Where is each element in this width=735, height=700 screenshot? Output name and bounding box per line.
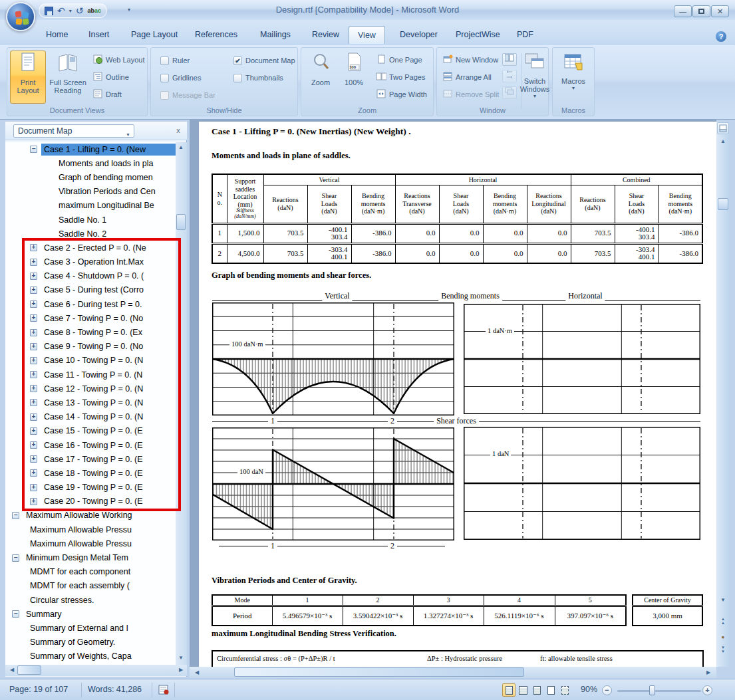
docmap-item[interactable]: Summary of External and I	[5, 621, 176, 635]
qat-customize-icon[interactable]: ▾	[128, 7, 130, 13]
scroll-left-icon[interactable]: ◀	[7, 665, 17, 675]
remove-split-button: Remove Split	[442, 88, 499, 101]
office-button[interactable]	[6, 2, 35, 31]
docmap-horizontal-scrollbar[interactable]: ◀ ▶	[5, 665, 187, 676]
zoom-button[interactable]: Zoom	[305, 51, 336, 104]
outline-button[interactable]: Outline	[92, 70, 129, 84]
scrollbar-thumb[interactable]	[234, 667, 524, 677]
scroll-right-icon[interactable]: ▶	[176, 665, 186, 675]
scrollbar-thumb[interactable]	[176, 214, 186, 230]
collapse-icon[interactable]: −	[12, 610, 19, 618]
docmap-item[interactable]: Saddle No. 1	[5, 213, 176, 227]
previous-page-icon[interactable]: ▲ ▲	[718, 617, 728, 625]
close-button[interactable]: ✕	[711, 5, 729, 17]
ruler-checkbox[interactable]: Ruler	[160, 55, 190, 66]
one-page-button[interactable]: One Page	[376, 53, 422, 66]
scroll-down-icon[interactable]: ▼	[176, 653, 186, 663]
save-icon[interactable]	[45, 7, 53, 15]
close-pane-icon[interactable]: x	[173, 126, 184, 136]
collapse-icon[interactable]: −	[12, 554, 19, 562]
view-side-by-side-button[interactable]	[502, 53, 517, 66]
select-browse-object-icon[interactable]: ●	[718, 632, 728, 643]
maximize-button[interactable]	[692, 5, 710, 17]
tab-page-layout[interactable]: Page Layout	[122, 26, 186, 44]
group-label: Document Views	[7, 106, 147, 114]
docmap-item[interactable]: maximum Longitudinal Be	[5, 199, 176, 213]
docmap-item[interactable]: Circular stresses.	[5, 593, 176, 607]
tab-references[interactable]: References	[186, 26, 246, 44]
zoom-in-icon[interactable]: +	[702, 685, 712, 695]
view-full-screen-button[interactable]	[516, 683, 529, 697]
macros-button[interactable]: Macros ▾	[556, 51, 591, 104]
tab-developer[interactable]: Developer	[391, 26, 446, 44]
docmap-item[interactable]: −Case 1 - Lifting P = 0. (New	[5, 142, 176, 156]
scroll-up-icon[interactable]: ▲	[718, 136, 728, 147]
tab-pdf[interactable]: PDF	[508, 26, 542, 44]
view-outline-button[interactable]	[544, 683, 557, 697]
redo-icon[interactable]: ↺	[76, 6, 84, 15]
proofing-status-icon[interactable]	[158, 685, 170, 697]
divider	[219, 546, 445, 546]
page-width-button[interactable]: Page Width	[376, 88, 427, 101]
zoom-slider-track[interactable]	[617, 690, 701, 692]
arrange-all-button[interactable]: Arrange All	[442, 70, 492, 84]
scrollbar-thumb[interactable]	[718, 198, 728, 210]
zoom-100-button[interactable]: 100 100%	[339, 51, 369, 104]
ruler-toggle-button[interactable]	[717, 122, 729, 134]
tab-mailings[interactable]: Mailings	[251, 26, 299, 44]
collapse-icon[interactable]: −	[12, 512, 19, 519]
page-indicator[interactable]: Page: 19 of 107	[9, 685, 68, 694]
collapse-icon[interactable]: −	[30, 146, 37, 153]
view-draft-button[interactable]	[558, 683, 571, 697]
docmap-item[interactable]: Summary of Geometry.	[5, 636, 176, 649]
view-web-layout-button[interactable]	[530, 683, 543, 697]
minimize-button[interactable]: —	[674, 5, 692, 17]
docmap-item[interactable]: Summary of Weights, Capa	[5, 649, 176, 663]
zoom-out-icon[interactable]: −	[602, 685, 612, 695]
docmap-item[interactable]: MDMT for each component	[5, 565, 176, 579]
draft-button[interactable]: Draft	[92, 88, 122, 101]
docmap-item[interactable]: −Summary	[5, 607, 176, 621]
document-map-selector[interactable]: Document Map ▼	[13, 124, 134, 138]
autocorrect-icon[interactable]: abac	[87, 8, 101, 14]
tab-insert[interactable]: Insert	[80, 26, 118, 44]
scroll-down-icon[interactable]: ▼	[718, 595, 728, 606]
next-page-icon[interactable]: ▼ ▼	[718, 645, 728, 653]
web-layout-button[interactable]: Web Layout	[92, 53, 145, 66]
scroll-up-icon[interactable]: ▲	[176, 142, 186, 153]
docmap-item[interactable]: −Minimum Design Metal Tem	[5, 550, 176, 564]
zoom-slider-thumb[interactable]	[649, 685, 655, 695]
document-map-checkbox[interactable]: ✔Document Map	[233, 55, 295, 66]
cell: 1	[272, 595, 343, 606]
tab-view[interactable]: View	[349, 26, 385, 44]
docmap-item[interactable]: Vibration Periods and Cen	[5, 185, 176, 199]
web-layout-icon	[92, 54, 103, 66]
scroll-left-icon[interactable]: ◀	[192, 667, 202, 678]
docmap-item[interactable]: Graph of bending momen	[5, 170, 176, 184]
tab-home[interactable]: Home	[37, 26, 76, 44]
tab-review[interactable]: Review	[303, 26, 348, 44]
docmap-item[interactable]: Moments and loads in pla	[5, 156, 176, 170]
undo-dropdown-icon[interactable]: ▾	[69, 8, 72, 14]
docmap-item[interactable]: MDMT for each assembly (	[5, 579, 176, 593]
tab-projectwise[interactable]: ProjectWise	[447, 26, 509, 44]
print-layout-button[interactable]: Print Layout	[10, 51, 46, 104]
document-vertical-scrollbar[interactable]: ▲ ▼ ▲ ▲ ● ▼ ▼	[716, 122, 730, 667]
zoom-percentage[interactable]: 90%	[581, 685, 597, 694]
thumbnails-checkbox[interactable]: Thumbnails	[233, 72, 283, 84]
help-button[interactable]: ?	[716, 31, 726, 42]
view-print-layout-button[interactable]	[502, 683, 515, 697]
full-screen-reading-button[interactable]: Full Screen Reading	[47, 51, 88, 104]
docmap-item[interactable]: Maximum Allowable Pressu	[5, 523, 176, 536]
docmap-item[interactable]: Maximum Allowable Pressu	[5, 536, 176, 550]
gridlines-checkbox[interactable]: Gridlines	[160, 72, 201, 84]
undo-icon[interactable]: ↶	[57, 6, 65, 15]
document-horizontal-scrollbar[interactable]: ◀ ▶	[190, 667, 716, 678]
switch-windows-button[interactable]: Switch Windows ▾	[522, 51, 547, 104]
scroll-right-icon[interactable]: ▶	[703, 667, 714, 678]
two-pages-button[interactable]: Two Pages	[376, 70, 425, 84]
cell: 0.0	[395, 223, 439, 243]
word-count[interactable]: Words: 41,286	[88, 685, 142, 694]
scrollbar-thumb[interactable]	[17, 665, 41, 675]
new-window-button[interactable]: New Window	[442, 53, 498, 66]
